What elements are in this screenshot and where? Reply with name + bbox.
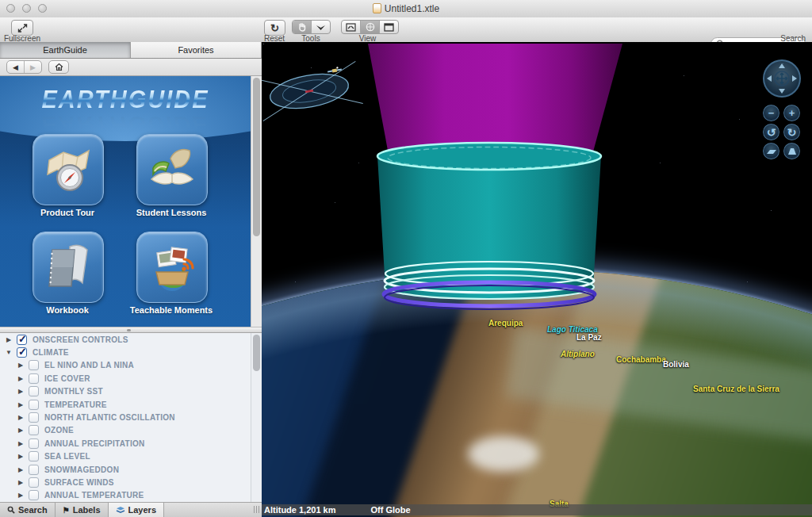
place-label: Altiplano	[561, 350, 595, 358]
hand-tool-button[interactable]	[293, 21, 312, 33]
place-label: La Paz	[576, 333, 602, 342]
view-split-button[interactable]	[342, 21, 361, 33]
home-icon	[55, 63, 63, 71]
view-window-button[interactable]	[380, 21, 398, 33]
layer-row[interactable]: ▶SEA LEVEL	[0, 450, 251, 463]
layer-row[interactable]: ▼CLIMATE	[0, 346, 251, 358]
layer-checkbox[interactable]	[17, 335, 27, 345]
tab-favorites[interactable]: Favorites	[131, 42, 262, 58]
disclosure-triangle[interactable]: ▶	[5, 336, 13, 343]
travel-icon	[316, 23, 326, 32]
disclosure-triangle[interactable]: ▶	[17, 466, 25, 473]
layer-checkbox[interactable]	[29, 465, 39, 475]
disclosure-triangle[interactable]: ▼	[5, 349, 13, 356]
sidebar-splitter[interactable]	[0, 327, 262, 333]
globe-icon	[366, 22, 375, 32]
zoom-in-button[interactable]: +	[783, 105, 800, 121]
layer-checkbox[interactable]	[29, 373, 39, 384]
layer-checkbox[interactable]	[29, 400, 39, 410]
layer-label: NORTH ATLANTIC OSCILLATION	[44, 413, 175, 422]
back-button[interactable]: ◀	[7, 61, 24, 73]
layer-checkbox[interactable]	[17, 347, 27, 358]
layer-checkbox[interactable]	[29, 412, 39, 423]
disclosure-triangle[interactable]: ▶	[17, 362, 25, 369]
layer-label: SEA LEVEL	[44, 452, 90, 461]
pan-icon	[764, 61, 799, 96]
reset-button[interactable]: ↻	[264, 20, 285, 36]
layer-row[interactable]: ▶SURFACE WINDS	[0, 476, 251, 488]
rotate-left-button[interactable]: ↺	[763, 124, 779, 140]
forward-button[interactable]: ▶	[24, 61, 41, 73]
student-lessons-button[interactable]	[136, 134, 208, 205]
layer-row[interactable]: ▶ANNUAL TEMPERATURE	[0, 489, 251, 502]
cyan-data-cylinder[interactable]	[377, 156, 601, 300]
view-globe-button[interactable]	[361, 21, 380, 33]
product-tour-label: Product Tour	[20, 208, 115, 217]
layer-checkbox[interactable]	[29, 386, 39, 396]
layer-row[interactable]: ▶OZONE	[0, 424, 251, 437]
product-tour-button[interactable]	[33, 134, 104, 205]
altitude-readout: Altitude 1,201 km	[264, 505, 335, 515]
layer-checkbox[interactable]	[29, 451, 39, 461]
open-book-icon	[147, 144, 197, 195]
layer-checkbox[interactable]	[29, 477, 39, 488]
disclosure-triangle[interactable]: ▶	[17, 492, 25, 499]
disclosure-triangle[interactable]: ▶	[17, 375, 25, 382]
tilt-up-button[interactable]	[783, 143, 800, 159]
tree-scrollbar[interactable]	[251, 333, 262, 502]
zoom-out-button[interactable]: −	[763, 105, 779, 121]
workbook-label: Workbook	[20, 305, 115, 315]
disclosure-triangle[interactable]: ▶	[17, 388, 25, 395]
compass-map-icon	[43, 144, 94, 195]
layer-label: CLIMATE	[33, 348, 69, 357]
rotate-right-button[interactable]: ↻	[783, 124, 800, 140]
tilt-flat-icon	[766, 147, 777, 156]
map-status-bar: Altitude 1,201 km Off Globe	[262, 504, 812, 515]
layer-row[interactable]: ▶ONSCREEN CONTROLS	[0, 333, 251, 346]
earthguide-scrollbar[interactable]	[251, 76, 262, 327]
tilt-flat-button[interactable]	[763, 143, 779, 159]
disclosure-triangle[interactable]: ▶	[17, 427, 25, 434]
disclosure-triangle[interactable]: ▶	[17, 453, 25, 460]
layer-label: ANNUAL PRECIPITATION	[44, 439, 145, 448]
place-label: Santa Cruz de la Sierra	[693, 385, 779, 393]
layer-checkbox[interactable]	[29, 490, 39, 500]
tab-search[interactable]: Search	[0, 503, 56, 517]
scrollbar-thumb[interactable]	[253, 78, 260, 236]
layer-row[interactable]: ▶TEMPERATURE	[0, 398, 251, 411]
layer-checkbox[interactable]	[29, 438, 39, 449]
travel-tool-button[interactable]	[312, 21, 330, 33]
teachable-moments-button[interactable]	[136, 232, 208, 303]
layer-row[interactable]: ▶EL NINO AND LA NINA	[0, 359, 251, 372]
layer-row[interactable]: ▶MONTHLY SST	[0, 385, 251, 398]
tab-labels[interactable]: ⚑ Labels	[56, 503, 109, 517]
reset-icon: ↻	[270, 22, 279, 34]
disclosure-triangle[interactable]: ▶	[17, 440, 25, 447]
disclosure-triangle[interactable]: ▶	[17, 479, 25, 486]
layer-checkbox[interactable]	[29, 360, 39, 370]
sidebar-bottom-tabs: Search ⚑ Labels Layers	[0, 502, 262, 517]
disclosure-triangle[interactable]: ▶	[17, 401, 25, 408]
layer-row[interactable]: ▶NORTH ATLANTIC OSCILLATION	[0, 411, 251, 423]
window-title: Untitled1.xtle	[0, 3, 812, 14]
layer-row[interactable]: ▶SNOWMAGEDDON	[0, 463, 251, 476]
globe-view[interactable]: ArequipaLago TiticacaLa PazAltiplanoCoch…	[262, 42, 812, 517]
tab-earthguide[interactable]: EarthGuide	[0, 42, 131, 58]
layer-row[interactable]: ▶ICE COVER	[0, 372, 251, 385]
satellite-icon	[327, 66, 342, 73]
fullscreen-button[interactable]	[11, 20, 33, 36]
tab-layers[interactable]: Layers	[109, 503, 164, 517]
disclosure-triangle[interactable]: ▶	[17, 414, 25, 421]
layer-label: ONSCREEN CONTROLS	[33, 335, 128, 344]
scrollbar-thumb[interactable]	[253, 335, 260, 371]
workbook-button[interactable]	[33, 232, 104, 303]
home-button[interactable]	[48, 60, 69, 74]
resize-grip[interactable]	[254, 506, 259, 513]
satellite-orbit-icon[interactable]	[262, 61, 363, 121]
split-view-icon	[346, 23, 356, 32]
magenta-data-cone[interactable]	[368, 44, 622, 155]
sidebar-navbar: ◀ ▶	[0, 59, 262, 76]
pan-control[interactable]	[763, 59, 801, 98]
layer-checkbox[interactable]	[29, 425, 39, 435]
layer-row[interactable]: ▶ANNUAL PRECIPITATION	[0, 437, 251, 450]
